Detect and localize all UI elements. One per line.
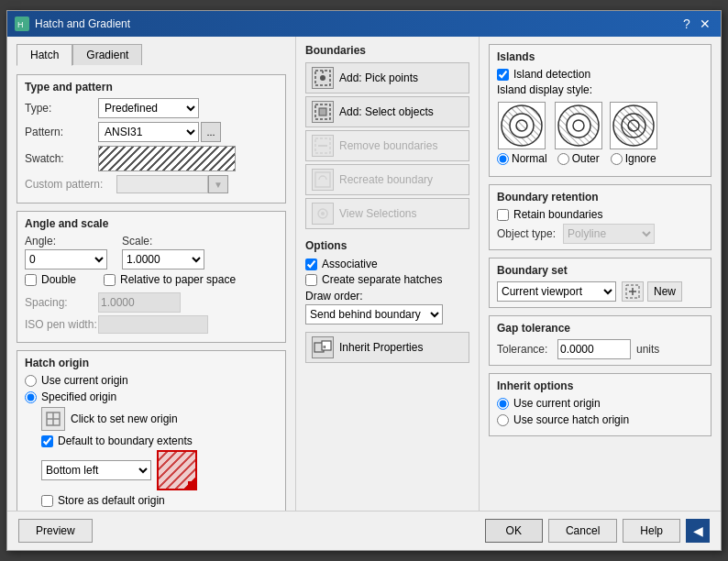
dialog-content: Hatch Gradient Type and pattern Type: Pr… — [7, 37, 721, 511]
retain-boundaries-checkbox[interactable] — [497, 209, 509, 221]
new-btn-label: New — [654, 285, 676, 298]
left-panel: Hatch Gradient Type and pattern Type: Pr… — [7, 37, 296, 511]
relative-label: Relative to paper space — [120, 273, 236, 286]
angle-label: Angle: — [25, 235, 107, 248]
inherit-options-title: Inherit options — [497, 380, 703, 392]
custom-pattern-row: Custom pattern: ▼ — [25, 175, 278, 193]
pattern-select[interactable]: ANSI31 — [98, 122, 199, 142]
tolerance-input[interactable] — [557, 339, 631, 359]
spacing-row: Spacing: — [25, 292, 278, 313]
double-checkbox[interactable] — [25, 274, 37, 286]
angle-scale-row: Angle: 0 Scale: 1.0000 — [25, 235, 278, 270]
draw-order-label: Draw order: — [305, 290, 469, 302]
inherit-use-source-radio[interactable] — [497, 414, 509, 426]
retain-boundaries-row: Retain boundaries — [497, 208, 703, 221]
angle-col: Angle: 0 — [25, 235, 107, 270]
separate-hatches-label: Create separate hatches — [322, 273, 442, 286]
svg-text:H: H — [17, 20, 24, 29]
island-style-row: Normal — [497, 102, 703, 165]
view-selections-btn[interactable]: View Selections — [305, 198, 469, 229]
specified-label: Specified origin — [41, 390, 116, 403]
custom-pattern-btn[interactable]: ▼ — [208, 175, 228, 193]
tab-gradient[interactable]: Gradient — [72, 44, 142, 65]
viewport-select[interactable]: Current viewport — [497, 281, 616, 302]
inherit-use-source-row: Use source hatch origin — [497, 413, 703, 426]
use-current-radio[interactable] — [25, 375, 37, 387]
remove-boundaries-btn[interactable]: Remove boundaries — [305, 130, 469, 161]
relative-checkbox[interactable] — [104, 274, 116, 286]
recreate-boundary-btn[interactable]: Recreate boundary — [305, 164, 469, 195]
island-normal-radio-row: Normal — [497, 152, 547, 165]
gap-tolerance-section: Gap tolerance Tolerance: units — [489, 315, 711, 366]
recreate-boundary-label: Recreate boundary — [339, 173, 433, 186]
associative-checkbox[interactable] — [305, 258, 317, 270]
custom-pattern-input[interactable] — [116, 175, 208, 193]
title-bar-controls: ? ✕ — [678, 16, 713, 32]
angle-select[interactable]: 0 — [25, 249, 107, 270]
island-ignore-radio[interactable] — [611, 153, 623, 165]
svg-point-22 — [516, 120, 527, 131]
options-section: Options Associative Create separate hatc… — [305, 239, 469, 324]
title-bar-left: H Hatch and Gradient — [15, 16, 130, 31]
spacing-input[interactable] — [98, 292, 181, 313]
iso-pen-label: ISO pen width: — [25, 318, 98, 331]
boundary-set-row: Current viewport New — [497, 281, 703, 302]
object-type-label: Object type: — [497, 227, 556, 240]
default-boundary-checkbox[interactable] — [41, 435, 53, 447]
double-label: Double — [41, 273, 76, 286]
specified-radio[interactable] — [25, 391, 37, 403]
store-default-checkbox[interactable] — [41, 495, 53, 507]
close-button[interactable]: ✕ — [697, 16, 713, 32]
default-boundary-row: Default to boundary extents — [41, 434, 278, 447]
remove-boundaries-label: Remove boundaries — [339, 139, 437, 152]
click-set-row: Click to set new origin — [41, 407, 278, 431]
islands-title: Islands — [497, 50, 703, 63]
svg-point-26 — [573, 120, 584, 131]
separate-hatches-checkbox[interactable] — [305, 274, 317, 286]
draw-order-select[interactable]: Send behind boundary Send to back Bring … — [305, 304, 443, 324]
custom-pattern-label: Custom pattern: — [25, 178, 116, 191]
object-type-select: Polyline — [563, 224, 655, 244]
island-outer-radio[interactable] — [557, 153, 569, 165]
islands-section: Islands Island detection Island display … — [489, 44, 711, 177]
add-pick-points-btn[interactable]: Add: Pick points — [305, 62, 469, 94]
hatch-preview-icon — [157, 450, 197, 490]
tabs: Hatch Gradient — [17, 44, 286, 65]
ok-button[interactable]: OK — [485, 519, 543, 543]
new-boundary-btn[interactable]: New — [647, 281, 682, 302]
pattern-row: Pattern: ANSI31 ... — [25, 122, 278, 142]
inherit-properties-btn[interactable]: Inherit Properties — [305, 332, 469, 363]
pattern-dots-button[interactable]: ... — [201, 122, 221, 142]
preview-button[interactable]: Preview — [18, 519, 93, 543]
expand-button[interactable]: ◀ — [686, 519, 710, 543]
add-select-objects-label: Add: Select objects — [339, 105, 434, 118]
title-bar: H Hatch and Gradient ? ✕ — [7, 11, 721, 37]
app-icon: H — [15, 16, 29, 31]
use-current-label: Use current origin — [41, 374, 128, 387]
gap-tolerance-row: Tolerance: units — [497, 339, 703, 359]
scale-label: Scale: — [122, 235, 204, 248]
inherit-options-section: Inherit options Use current origin Use s… — [489, 373, 711, 436]
help-footer-button[interactable]: Help — [623, 519, 680, 543]
svg-point-6 — [320, 75, 325, 81]
type-row: Type: Predefined — [25, 98, 278, 118]
click-set-icon-btn[interactable] — [41, 407, 65, 431]
store-default-label: Store as default origin — [58, 494, 165, 507]
right-panel: Islands Island detection Island display … — [480, 37, 721, 511]
use-current-row: Use current origin — [25, 374, 278, 387]
bottom-left-select[interactable]: Bottom left — [41, 460, 151, 480]
help-button[interactable]: ? — [678, 16, 695, 32]
cancel-button[interactable]: Cancel — [548, 519, 617, 543]
retain-boundaries-label: Retain boundaries — [513, 208, 602, 221]
angle-scale-section: Angle and scale Angle: 0 Scale: 1.0000 — [17, 211, 286, 343]
add-select-objects-btn[interactable]: Add: Select objects — [305, 96, 469, 127]
island-normal-radio[interactable] — [497, 153, 509, 165]
inherit-use-current-radio[interactable] — [497, 398, 509, 410]
scale-select[interactable]: 1.0000 — [122, 249, 204, 270]
island-normal-label: Normal — [512, 152, 547, 165]
island-display-style-label: Island display style: — [497, 83, 703, 96]
tab-hatch[interactable]: Hatch — [17, 44, 72, 66]
island-ignore: Ignore — [610, 102, 657, 165]
island-detection-checkbox[interactable] — [497, 69, 509, 81]
type-select[interactable]: Predefined — [98, 98, 199, 118]
